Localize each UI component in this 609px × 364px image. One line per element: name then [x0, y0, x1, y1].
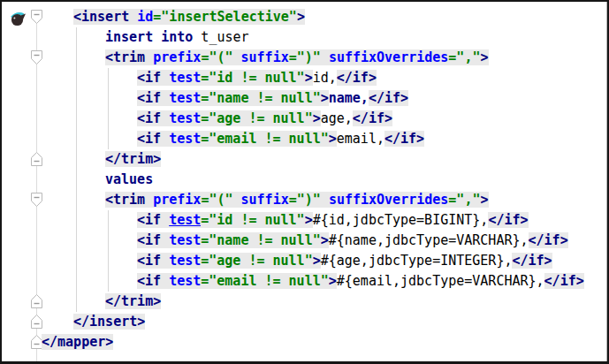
- code-segment: ="name != null": [201, 90, 320, 106]
- code-segment: </mapper>: [42, 334, 113, 350]
- code-segment: </trim>: [105, 293, 161, 309]
- code-segment: >: [297, 9, 305, 25]
- code-line-15[interactable]: </trim>: [2, 292, 607, 312]
- code-segment: prefix: [153, 192, 201, 208]
- code-segment: email,: [337, 131, 384, 147]
- code-segment: >: [329, 273, 337, 289]
- code-segment: >: [480, 49, 488, 65]
- code-segment: values: [105, 171, 153, 187]
- code-segment: ="age != null": [201, 253, 312, 269]
- code-segment: ="insertSelective": [153, 9, 297, 25]
- code-segment: >: [321, 90, 329, 106]
- code-segment: <if: [137, 232, 169, 248]
- code-segment: test: [169, 90, 201, 106]
- code-segment: </if>: [544, 273, 584, 289]
- code-segment: >: [313, 110, 321, 126]
- code-line-1[interactable]: <insert id="insertSelective">: [2, 7, 607, 27]
- code-segment: suffixOverrides: [329, 49, 448, 65]
- code-segment: test: [169, 212, 201, 228]
- code-segment: ="email != null": [201, 131, 329, 147]
- code-segment: </if>: [369, 90, 408, 106]
- code-segment: test: [169, 232, 201, 248]
- code-line-4[interactable]: <if test="id != null">id,</if>: [2, 68, 607, 88]
- code-segment: test: [169, 70, 201, 86]
- code-segment: >: [305, 70, 313, 86]
- code-segment: #{email,jdbcType=VARCHAR},: [337, 273, 544, 289]
- code-line-5[interactable]: <if test="name != null">name,</if>: [2, 88, 607, 109]
- code-segment: suffix: [241, 49, 289, 65]
- code-segment: </trim>: [105, 151, 161, 167]
- code-segment: </if>: [353, 110, 392, 126]
- code-segment: ="id != null": [201, 212, 304, 228]
- code-segment: =",": [448, 49, 480, 65]
- code-segment: name,: [329, 90, 369, 106]
- code-segment: #{age,jdbcType=INTEGER},: [321, 253, 513, 269]
- code-segment: >: [313, 253, 321, 269]
- code-segment: #{id,jdbcType=BIGINT},: [313, 212, 489, 228]
- code-line-17[interactable]: </mapper>: [2, 332, 607, 353]
- code-segment: ="id != null": [201, 70, 304, 86]
- code-line-7[interactable]: <if test="email != null">email,</if>: [2, 129, 607, 149]
- code-segment: >: [305, 212, 313, 228]
- code-segment: <if: [137, 212, 169, 228]
- code-segment: >: [321, 232, 329, 248]
- code-segment: ="(": [201, 49, 240, 65]
- code-segment: test: [169, 253, 201, 269]
- code-segment: t_user: [193, 29, 248, 45]
- code-segment: id: [137, 9, 153, 25]
- code-segment: </insert>: [73, 314, 145, 330]
- code-segment: ="(": [201, 192, 240, 208]
- code-line-10[interactable]: <trim prefix="(" suffix=")" suffixOverri…: [2, 190, 607, 210]
- code-line-3[interactable]: <trim prefix="(" suffix=")" suffixOverri…: [2, 48, 607, 68]
- code-segment: =")": [289, 192, 329, 208]
- code-segment: </if>: [529, 232, 568, 248]
- code-segment: <if: [137, 90, 169, 106]
- editor-window: <insert id="insertSelective">insert into…: [0, 0, 609, 364]
- code-segment: >: [480, 192, 488, 208]
- code-segment: ="name != null": [201, 232, 320, 248]
- code-segment: >: [329, 131, 337, 147]
- code-segment: </if>: [384, 131, 424, 147]
- code-segment: =",": [448, 192, 480, 208]
- code-segment: test: [169, 131, 201, 147]
- code-line-12[interactable]: <if test="name != null">#{name,jdbcType=…: [2, 231, 607, 251]
- code-line-2[interactable]: insert into t_user: [2, 27, 607, 48]
- code-line-13[interactable]: <if test="age != null">#{age,jdbcType=IN…: [2, 251, 607, 271]
- code-segment: <if: [137, 253, 169, 269]
- code-segment: </if>: [512, 253, 552, 269]
- code-segment: ="age != null": [201, 110, 312, 126]
- code-segment: =")": [289, 49, 329, 65]
- code-segment: </if>: [337, 70, 377, 86]
- code-segment: insert into: [105, 29, 193, 45]
- code-segment: <if: [137, 131, 169, 147]
- code-segment: suffix: [241, 192, 289, 208]
- code-segment: ="email != null": [201, 273, 329, 289]
- code-line-11[interactable]: <if test="id != null">#{id,jdbcType=BIGI…: [2, 210, 607, 231]
- code-segment: <if: [137, 70, 169, 86]
- code-line-8[interactable]: </trim>: [2, 149, 607, 170]
- code-segment: prefix: [153, 49, 201, 65]
- code-segment: </if>: [488, 212, 528, 228]
- code-segment: #{name,jdbcType=VARCHAR},: [329, 232, 529, 248]
- code-line-14[interactable]: <if test="email != null">#{email,jdbcTyp…: [2, 271, 607, 292]
- code-line-9[interactable]: values: [2, 170, 607, 190]
- code-segment: age,: [321, 110, 353, 126]
- code-segment: id,: [313, 70, 337, 86]
- code-segment: <if: [137, 110, 169, 126]
- code-segment: test: [169, 273, 201, 289]
- code-editor[interactable]: <insert id="insertSelective">insert into…: [2, 2, 607, 361]
- code-line-16[interactable]: </insert>: [2, 312, 607, 332]
- code-line-6[interactable]: <if test="age != null">age,</if>: [2, 109, 607, 129]
- code-segment: <insert: [73, 9, 137, 25]
- code-segment: suffixOverrides: [329, 192, 448, 208]
- code-segment: <if: [137, 273, 169, 289]
- code-segment: <trim: [105, 192, 153, 208]
- code-segment: test: [169, 110, 201, 126]
- code-segment: <trim: [105, 49, 153, 65]
